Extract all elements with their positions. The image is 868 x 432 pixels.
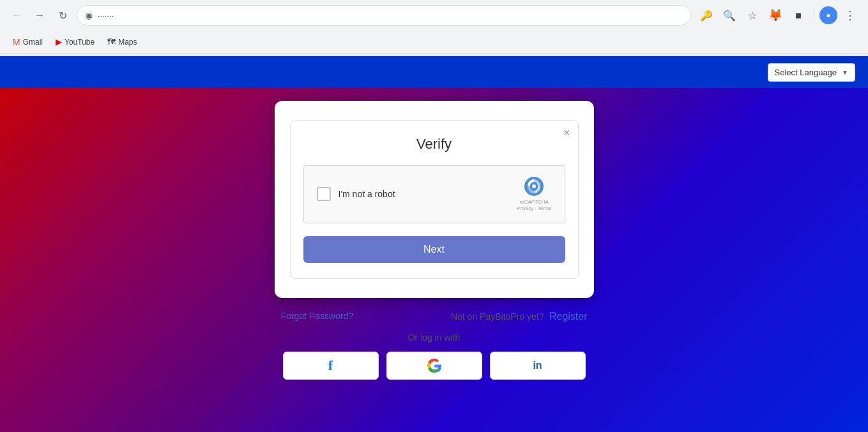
page-content: Select Language ▼ × Verify I'm not a rob… (0, 56, 868, 432)
bookmark-youtube[interactable]: ▶ YouTube (50, 34, 100, 49)
fox-extension-icon[interactable]: 🦊 (765, 5, 786, 26)
social-buttons: f in (275, 352, 594, 380)
browser-chrome: ← → ↻ ◉ ······· 🔑 🔍 ☆ 🦊 ◾ ● ⋮ M Gmail ▶ … (0, 0, 868, 56)
bookmark-gmail-label: Gmail (23, 38, 43, 47)
gmail-icon: M (13, 37, 20, 47)
page-header: Select Language ▼ (0, 56, 868, 88)
google-login-button[interactable] (386, 352, 482, 380)
recaptcha-brand-text: reCAPTCHA Privacy · Terms (517, 199, 552, 212)
recaptcha-left: I'm not a robot (317, 187, 395, 201)
next-button[interactable]: Next (303, 236, 565, 263)
language-arrow-icon: ▼ (842, 69, 848, 76)
toolbar-separator (814, 9, 814, 22)
youtube-icon: ▶ (56, 37, 62, 47)
password-manager-icon[interactable]: 🔑 (696, 5, 717, 26)
verify-modal: × Verify I'm not a robot (290, 120, 579, 279)
recaptcha-widget[interactable]: I'm not a robot reCAPT (303, 165, 565, 223)
bookmark-gmail[interactable]: M Gmail (8, 34, 48, 50)
bookmarks-bar: M Gmail ▶ YouTube 🗺 Maps (0, 31, 868, 54)
language-selector[interactable]: Select Language ▼ (768, 63, 856, 82)
verify-title: Verify (303, 136, 565, 153)
security-icon: ◉ (85, 10, 93, 20)
close-button[interactable]: × (563, 127, 570, 138)
bookmark-icon[interactable]: ☆ (742, 5, 763, 26)
links-row: Forgot Password? Not on PayBitoPro yet? … (275, 311, 594, 322)
forgot-password-link[interactable]: Forgot Password? (281, 311, 354, 322)
not-on-platform-text: Not on PayBitoPro yet? Register (451, 311, 588, 322)
recaptcha-checkbox[interactable] (317, 187, 331, 201)
google-icon (427, 359, 441, 373)
search-icon[interactable]: 🔍 (719, 5, 740, 26)
below-card: Forgot Password? Not on PayBitoPro yet? … (275, 311, 594, 380)
bookmark-maps[interactable]: 🗺 Maps (102, 34, 142, 49)
reload-button[interactable]: ↻ (54, 6, 72, 24)
register-link[interactable]: Register (549, 311, 588, 322)
menu-button[interactable]: ⋮ (840, 5, 860, 26)
main-area: × Verify I'm not a robot (0, 88, 868, 380)
address-bar[interactable]: ◉ ······· (77, 5, 691, 26)
facebook-login-button[interactable]: f (283, 352, 379, 380)
outer-card: × Verify I'm not a robot (275, 101, 594, 298)
bookmark-youtube-label: YouTube (65, 38, 95, 47)
toolbar-icons: 🔑 🔍 ☆ 🦊 ◾ ● ⋮ (696, 5, 860, 26)
recaptcha-right: reCAPTCHA Privacy · Terms (517, 176, 552, 212)
facebook-icon: f (328, 357, 333, 374)
browser-toolbar: ← → ↻ ◉ ······· 🔑 🔍 ☆ 🦊 ◾ ● ⋮ (0, 0, 868, 31)
or-login-text: Or log in with (275, 332, 594, 343)
profile-button[interactable]: ● (819, 6, 837, 24)
extensions-icon[interactable]: ◾ (788, 5, 809, 26)
bookmark-maps-label: Maps (118, 38, 137, 47)
back-button[interactable]: ← (8, 6, 26, 24)
linkedin-login-button[interactable]: in (490, 352, 586, 380)
language-label: Select Language (775, 68, 837, 77)
forward-button[interactable]: → (31, 6, 49, 24)
linkedin-icon: in (533, 360, 542, 371)
address-text: ······· (98, 11, 114, 20)
maps-icon: 🗺 (107, 37, 116, 47)
recaptcha-label: I'm not a robot (339, 189, 395, 199)
svg-point-1 (532, 184, 536, 188)
recaptcha-logo (524, 176, 544, 197)
